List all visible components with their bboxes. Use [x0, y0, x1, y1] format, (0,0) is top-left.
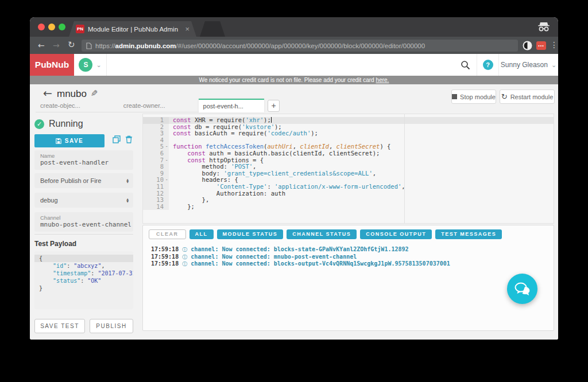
- browser-tab-bar: PN Module Editor | PubNub Admin ×: [30, 17, 558, 37]
- payload-line[interactable]: "status": "OK": [34, 277, 133, 284]
- module-tab-active[interactable]: post-event-h...: [199, 99, 264, 112]
- sidebar-divider: [34, 234, 133, 235]
- text-cursor: [271, 117, 272, 123]
- account-switcher[interactable]: S ⌄: [74, 54, 107, 76]
- save-icon: [56, 138, 61, 144]
- browser-window: PN Module Editor | PubNub Admin × ← → ↻: [30, 17, 558, 340]
- code-text: };: [169, 204, 554, 211]
- payload-token: "2017-07-31: [98, 270, 133, 276]
- help-button[interactable]: ?: [477, 54, 498, 76]
- module-sidebar: ✓ Running SAVE: [34, 84, 133, 340]
- payload-token: "abcxyz": [74, 263, 101, 269]
- add-tab-button[interactable]: +: [268, 100, 280, 112]
- publish-button[interactable]: PUBLISH: [90, 319, 133, 333]
- code-token: body:: [173, 170, 224, 177]
- info-icon: ⓘ: [182, 261, 187, 267]
- extension-icon-red[interactable]: •••: [536, 41, 546, 50]
- code-token: 'application/x-www-form-urlencoded': [274, 183, 401, 190]
- banner-link[interactable]: here.: [376, 77, 389, 83]
- code-token: );: [274, 123, 282, 130]
- payload-token: "OK": [87, 278, 101, 284]
- code-token: const: [187, 150, 209, 157]
- back-button[interactable]: ←: [38, 41, 45, 49]
- search-icon: [461, 60, 470, 70]
- console-filter-test-messages[interactable]: TEST MESSAGES: [435, 229, 502, 239]
- payload-line[interactable]: {: [34, 255, 133, 262]
- code-token: const: [173, 116, 195, 123]
- channel-label: Channel: [40, 215, 127, 221]
- code-token: auth = basicAuth.basic(clientId, clientS…: [209, 150, 380, 157]
- duplicate-module-icon[interactable]: [113, 135, 121, 143]
- code-token: [173, 150, 187, 157]
- pubnub-logo[interactable]: PubNub: [30, 54, 74, 76]
- restart-module-label: Restart module: [510, 93, 554, 100]
- code-editor[interactable]: 1const XHR = require('xhr');2const db = …: [142, 114, 554, 224]
- console-filter-console-output[interactable]: CONSOLE OUTPUT: [360, 229, 432, 239]
- code-token: [173, 183, 216, 190]
- select-arrows-icon: ▲▼: [126, 178, 129, 184]
- code-text: const basicAuth = require('codec/auth');: [169, 130, 554, 137]
- pubnub-favicon: PN: [76, 25, 84, 33]
- credit-card-banner: We noticed your credit card is not on fi…: [30, 76, 558, 84]
- window-maximize-button[interactable]: [59, 24, 65, 30]
- stop-module-label: Stop module: [460, 93, 496, 100]
- test-payload-editor[interactable]: { "id": "abcxyz", "timestamp": "2017-07-…: [34, 251, 133, 309]
- payload-line[interactable]: "id": "abcxyz",: [34, 262, 133, 270]
- console-timestamp: 17:59:18: [151, 246, 179, 252]
- name-field[interactable]: Name post-event-handler: [34, 150, 133, 170]
- app-header: PubNub S ⌄ ? Sunny Gleason ⌄: [30, 54, 558, 76]
- user-name: Sunny Gleason: [501, 61, 548, 69]
- fold-icon[interactable]: -: [165, 177, 168, 184]
- test-payload-label: Test Payload: [34, 240, 76, 248]
- editor-line[interactable]: 13 },: [143, 197, 554, 204]
- support-chat-button[interactable]: [507, 274, 537, 304]
- code-token: 'grant_type=client_credentials&scope=ALL…: [224, 170, 373, 177]
- code-token: headers: {: [173, 176, 238, 183]
- reload-button[interactable]: ↻: [68, 41, 75, 49]
- payload-token: "status": [53, 278, 80, 284]
- event-type-select[interactable]: Before Publish or Fire ▲▼: [34, 173, 133, 188]
- url-field[interactable]: https://admin.pubnub.com/#/user/000000/a…: [82, 40, 518, 52]
- window-minimize-button[interactable]: [48, 24, 55, 30]
- payload-token: [39, 278, 53, 284]
- code-token: ,: [293, 143, 300, 150]
- line-number: 2: [143, 124, 169, 131]
- tab-close-icon[interactable]: ×: [185, 25, 189, 33]
- clear-button[interactable]: CLEAR: [149, 229, 186, 239]
- browser-menu-icon[interactable]: ⋮: [550, 40, 558, 49]
- channel-field[interactable]: Channel mnubo-post-event-channel: [34, 212, 133, 232]
- forward-button[interactable]: →: [53, 41, 60, 49]
- payload-token: [39, 270, 53, 276]
- console-timestamp: 17:59:18: [151, 254, 179, 260]
- line-number: 13: [143, 197, 169, 204]
- editor-line[interactable]: 14 };: [143, 204, 554, 211]
- code-token: [173, 157, 187, 163]
- browser-tab[interactable]: PN Module Editor | PubNub Admin ×: [69, 21, 196, 37]
- stop-module-button[interactable]: Stop module: [451, 89, 496, 104]
- save-test-button[interactable]: SAVE TEST: [34, 319, 85, 333]
- banner-text: We noticed your credit card is not on fi…: [199, 77, 374, 83]
- name-label: Name: [40, 153, 127, 159]
- delete-module-icon[interactable]: [125, 135, 133, 143]
- console-line: 17:59:18 ⓘ channel: Now connected: block…: [151, 246, 450, 254]
- window-close-button[interactable]: [38, 24, 45, 30]
- fold-icon[interactable]: -: [165, 143, 168, 150]
- restart-module-button[interactable]: ↻ Restart module: [500, 89, 555, 104]
- console-filter-channel-status[interactable]: CHANNEL STATUS: [287, 229, 357, 239]
- console-filter-module-status[interactable]: MODULE STATUS: [217, 229, 284, 239]
- payload-line[interactable]: "timestamp": "2017-07-31: [34, 270, 133, 277]
- stop-icon: [452, 94, 457, 99]
- new-tab-button[interactable]: [200, 21, 225, 37]
- console-filter-all[interactable]: ALL: [189, 229, 214, 239]
- fold-icon[interactable]: -: [165, 157, 168, 164]
- payload-line[interactable]: }: [34, 284, 133, 292]
- log-level-select[interactable]: debug ▲▼: [34, 193, 133, 208]
- search-button[interactable]: [454, 54, 477, 76]
- module-status: ✓ Running: [34, 119, 83, 129]
- save-button[interactable]: SAVE: [34, 134, 105, 147]
- user-menu[interactable]: Sunny Gleason ⌄: [498, 54, 558, 76]
- extension-icon-contrast[interactable]: [523, 41, 532, 50]
- console-panel: CLEAR ALLMODULE STATUSCHANNEL STATUSCONS…: [142, 225, 554, 331]
- chevron-down-icon: ⌄: [96, 61, 101, 69]
- editor-line[interactable]: 3const basicAuth = require('codec/auth')…: [143, 130, 554, 137]
